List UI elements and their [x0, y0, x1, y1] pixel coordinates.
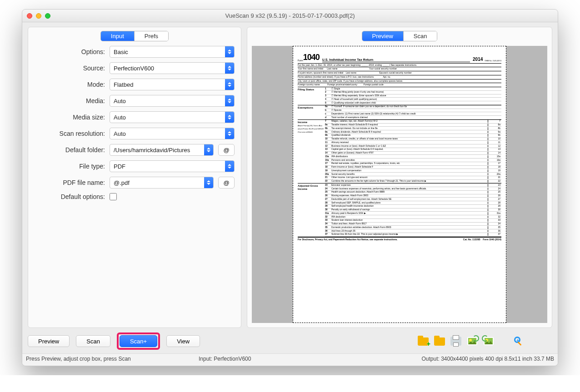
folder-label: Default folder:: [35, 146, 105, 154]
new-folder-icon[interactable]: [417, 336, 430, 347]
folder-select[interactable]: /Users/hamrickdavid/Pictures: [110, 144, 214, 156]
left-tabs: Input Prefs: [100, 31, 169, 41]
folder-at-button[interactable]: @: [218, 144, 235, 156]
open-folder-icon[interactable]: [433, 336, 446, 347]
zoom-in-icon[interactable]: +: [512, 336, 525, 347]
media-select[interactable]: Auto: [110, 95, 235, 107]
mode-label: Mode:: [35, 81, 105, 88]
chevron-updown-icon: [225, 161, 234, 172]
status-bar: Press Preview, adjust crop box, press Sc…: [22, 353, 558, 366]
chevron-updown-icon: [225, 63, 234, 74]
status-right: Output: 3400x4400 pixels 400 dpi 8.5x11 …: [353, 356, 554, 362]
app-window: VueScan 9 x32 (9.5.19) - 2015-07-17-0003…: [22, 9, 558, 366]
options-select[interactable]: Basic: [110, 46, 235, 58]
chevron-updown-icon: [225, 95, 234, 106]
right-tabs: Preview Scan: [362, 31, 438, 41]
rotate-left-icon[interactable]: [466, 336, 479, 347]
mediasize-label: Media size:: [35, 114, 105, 121]
options-label: Options:: [35, 48, 105, 55]
rotate-right-icon[interactable]: [482, 336, 495, 347]
tab-input[interactable]: Input: [101, 31, 134, 41]
preview-panel: Preview Scan Form 1040 U.S. Individual I…: [247, 27, 552, 328]
status-left: Press Preview, adjust crop box, press Sc…: [26, 356, 199, 362]
settings-panel: Input Prefs Options: Basic Source: Perfe…: [28, 27, 241, 328]
window-title: VueScan 9 x32 (9.5.19) - 2015-07-17-0003…: [22, 12, 558, 19]
bottom-toolbar: Preview Scan Scan+ View +: [22, 330, 558, 352]
scan-button[interactable]: Scan: [76, 335, 110, 347]
chevron-updown-icon: [225, 112, 234, 123]
scanres-select[interactable]: Auto: [110, 128, 235, 139]
defaultopts-checkbox[interactable]: [110, 193, 117, 200]
tab-prefs[interactable]: Prefs: [134, 31, 168, 41]
mediasize-select[interactable]: Auto: [110, 111, 235, 123]
chevron-updown-icon: [225, 128, 234, 139]
chevron-updown-icon: [204, 144, 213, 155]
scanned-document: Form 1040 U.S. Individual Income Tax Ret…: [293, 46, 506, 323]
titlebar: VueScan 9 x32 (9.5.19) - 2015-07-17-0003…: [22, 10, 558, 22]
media-label: Media:: [35, 97, 105, 104]
pdfname-at-button[interactable]: @: [218, 177, 235, 189]
pdfname-select[interactable]: @.pdf: [110, 177, 214, 189]
scanres-label: Scan resolution:: [35, 130, 105, 137]
view-button[interactable]: View: [166, 335, 200, 347]
status-center: Input: PerfectionV600: [199, 356, 353, 362]
defaultopts-label: Default options:: [35, 193, 105, 200]
filetype-select[interactable]: PDF: [110, 160, 235, 172]
scanplus-button[interactable]: Scan+: [120, 335, 157, 347]
filetype-label: File type:: [35, 163, 105, 170]
form-year: 20201414: [473, 57, 483, 62]
pdfname-label: PDF file name:: [35, 179, 105, 186]
form-title: U.S. Individual Income Tax Return: [322, 58, 470, 62]
tab-preview[interactable]: Preview: [362, 31, 403, 41]
printer-icon[interactable]: [450, 336, 462, 347]
mode-select[interactable]: Flatbed: [110, 79, 235, 90]
chevron-updown-icon: [225, 79, 234, 90]
source-label: Source:: [35, 65, 105, 72]
tab-scan[interactable]: Scan: [403, 31, 437, 41]
preview-area[interactable]: Form 1040 U.S. Individual Income Tax Ret…: [252, 46, 547, 323]
scanplus-highlight: Scan+: [117, 332, 160, 350]
chevron-updown-icon: [225, 46, 234, 57]
chevron-updown-icon: [204, 177, 213, 188]
preview-button[interactable]: Preview: [28, 335, 70, 347]
form-number: 1040: [303, 53, 320, 62]
source-select[interactable]: PerfectionV600: [110, 62, 235, 74]
